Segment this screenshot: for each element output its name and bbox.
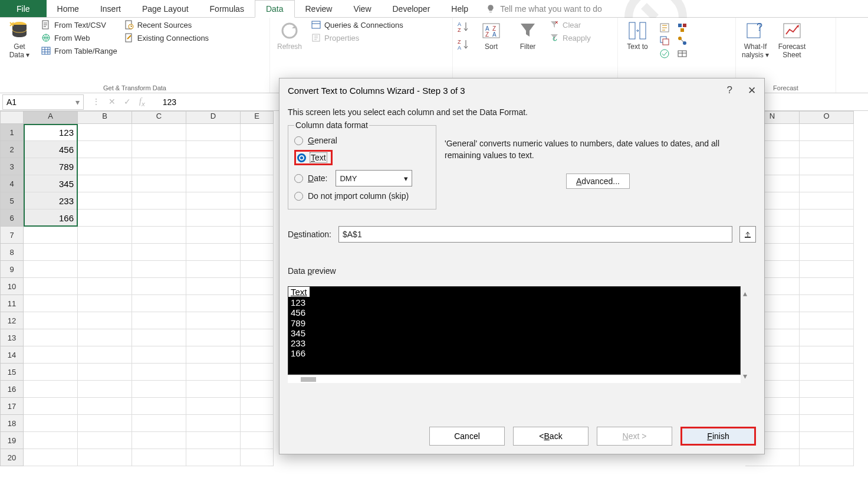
col-header-e[interactable]: E bbox=[241, 111, 274, 124]
cell[interactable] bbox=[132, 261, 186, 278]
cell[interactable] bbox=[800, 381, 854, 398]
cell[interactable] bbox=[186, 329, 241, 346]
queries-connections-button[interactable]: Queries & Connections bbox=[311, 20, 403, 30]
remove-duplicates-icon[interactable] bbox=[659, 35, 670, 46]
get-data-button[interactable]: GetData ▾ bbox=[5, 20, 34, 60]
data-model-icon[interactable] bbox=[677, 48, 688, 59]
cell[interactable] bbox=[24, 346, 78, 364]
cell[interactable]: 233 bbox=[24, 192, 78, 210]
cell[interactable] bbox=[241, 244, 274, 261]
cell[interactable] bbox=[241, 210, 274, 227]
radio-date[interactable]: Date: DMY ▾ bbox=[294, 168, 430, 189]
cell[interactable] bbox=[78, 432, 132, 449]
sort-az-icon[interactable]: AZ bbox=[458, 20, 469, 34]
cell[interactable] bbox=[186, 312, 241, 329]
cell[interactable] bbox=[24, 295, 78, 312]
cell[interactable] bbox=[78, 124, 132, 141]
range-picker-button[interactable] bbox=[739, 226, 756, 243]
cell[interactable] bbox=[24, 364, 78, 381]
cell[interactable]: 166 bbox=[24, 210, 78, 227]
cell[interactable] bbox=[800, 210, 854, 227]
cell[interactable] bbox=[78, 192, 132, 210]
row-header[interactable]: 19 bbox=[0, 432, 24, 449]
preview-vscroll[interactable]: ▴ ▾ bbox=[743, 289, 754, 381]
row-header[interactable]: 17 bbox=[0, 398, 24, 415]
formula-value[interactable]: 123 bbox=[151, 97, 176, 107]
date-format-select[interactable]: DMY ▾ bbox=[336, 170, 412, 186]
cell[interactable] bbox=[132, 312, 186, 329]
consolidate-icon[interactable] bbox=[677, 22, 688, 33]
radio-skip[interactable]: Do not import column (skip) bbox=[294, 189, 430, 203]
tab-view[interactable]: View bbox=[343, 0, 382, 17]
tab-review[interactable]: Review bbox=[295, 0, 343, 17]
close-icon[interactable]: ✕ bbox=[748, 84, 756, 97]
cell[interactable]: 123 bbox=[24, 124, 78, 141]
cell[interactable] bbox=[78, 364, 132, 381]
cell[interactable] bbox=[186, 192, 241, 210]
cell[interactable] bbox=[800, 329, 854, 346]
from-text-csv-button[interactable]: From Text/CSV bbox=[41, 20, 117, 30]
cell[interactable] bbox=[186, 141, 241, 158]
scroll-down-icon[interactable]: ▾ bbox=[743, 371, 754, 381]
cell[interactable] bbox=[800, 141, 854, 158]
cell[interactable] bbox=[241, 227, 274, 244]
cell[interactable]: 456 bbox=[24, 141, 78, 158]
row-header[interactable]: 1 bbox=[0, 124, 24, 141]
cell[interactable] bbox=[132, 158, 186, 175]
cell[interactable] bbox=[241, 175, 274, 192]
cell[interactable] bbox=[132, 329, 186, 346]
cell[interactable] bbox=[78, 158, 132, 175]
sort-button[interactable]: AZZA Sort bbox=[476, 20, 506, 51]
row-header[interactable]: 9 bbox=[0, 261, 24, 278]
row-header[interactable]: 7 bbox=[0, 227, 24, 244]
row-header[interactable]: 8 bbox=[0, 244, 24, 261]
cell[interactable] bbox=[186, 432, 241, 449]
cancel-button[interactable]: Cancel bbox=[429, 427, 505, 446]
cell[interactable] bbox=[800, 415, 854, 432]
cell[interactable] bbox=[186, 381, 241, 398]
row-header[interactable]: 4 bbox=[0, 175, 24, 192]
cell[interactable]: 789 bbox=[24, 158, 78, 175]
cell[interactable] bbox=[186, 261, 241, 278]
text-to-columns-button[interactable]: Text to bbox=[623, 20, 652, 51]
cell[interactable] bbox=[186, 158, 241, 175]
cell[interactable] bbox=[24, 261, 78, 278]
cell[interactable] bbox=[800, 449, 854, 466]
fx-icon[interactable]: fx bbox=[139, 97, 145, 107]
preview-hscroll[interactable] bbox=[288, 376, 741, 383]
cell[interactable] bbox=[78, 381, 132, 398]
cell[interactable] bbox=[800, 244, 854, 261]
cell[interactable] bbox=[24, 244, 78, 261]
select-all-corner[interactable] bbox=[0, 111, 24, 124]
reapply-button[interactable]: Reapply bbox=[550, 33, 591, 42]
row-header[interactable]: 15 bbox=[0, 364, 24, 381]
row-header[interactable]: 6 bbox=[0, 210, 24, 227]
forecast-sheet-button[interactable]: ForecastSheet bbox=[777, 20, 807, 60]
tab-data[interactable]: Data bbox=[255, 0, 295, 18]
existing-connections-button[interactable]: Existing Connections bbox=[124, 33, 209, 42]
cell[interactable] bbox=[241, 141, 274, 158]
cell[interactable] bbox=[241, 415, 274, 432]
cell[interactable] bbox=[800, 227, 854, 244]
cell[interactable] bbox=[132, 364, 186, 381]
cell[interactable] bbox=[78, 175, 132, 192]
cell[interactable] bbox=[78, 449, 132, 466]
cell[interactable] bbox=[78, 278, 132, 295]
recent-sources-button[interactable]: Recent Sources bbox=[124, 20, 209, 30]
tab-insert[interactable]: Insert bbox=[90, 0, 131, 17]
cell[interactable] bbox=[800, 261, 854, 278]
more-icon[interactable]: ⋮ bbox=[92, 97, 100, 106]
cell[interactable] bbox=[186, 415, 241, 432]
cell[interactable] bbox=[186, 175, 241, 192]
cell[interactable] bbox=[241, 158, 274, 175]
cell[interactable] bbox=[78, 244, 132, 261]
cell[interactable] bbox=[78, 346, 132, 364]
cell[interactable] bbox=[186, 346, 241, 364]
filter-button[interactable]: Filter bbox=[513, 20, 542, 51]
cell[interactable] bbox=[241, 364, 274, 381]
cell[interactable] bbox=[800, 295, 854, 312]
cell[interactable] bbox=[24, 449, 78, 466]
col-header-b[interactable]: B bbox=[78, 111, 132, 124]
cell[interactable] bbox=[241, 124, 274, 141]
row-header[interactable]: 18 bbox=[0, 415, 24, 432]
